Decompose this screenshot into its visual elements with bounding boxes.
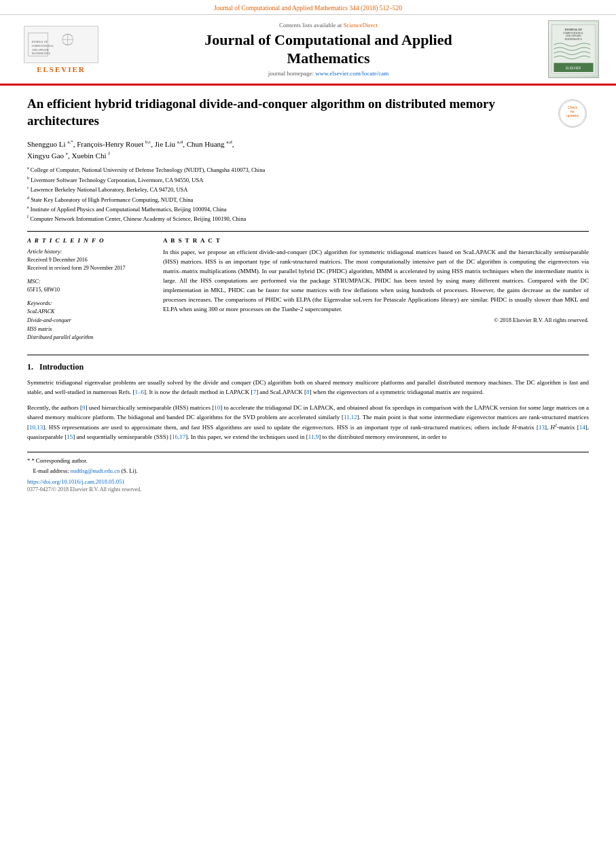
- email-note: E-mail address: nudtlsg@nudt.edu.cn (S. …: [27, 467, 589, 476]
- doi-link[interactable]: https://doi.org/10.1016/j.cam.2018.05.05…: [27, 478, 124, 485]
- affiliation-a: a College of Computer, National Universi…: [27, 165, 589, 175]
- ref-10-13[interactable]: 10,13: [29, 424, 43, 431]
- top-bar: Journal of Computational and Applied Mat…: [0, 0, 616, 15]
- authors-line: Shengguo Li a,*, François-Henry Rouet b,…: [27, 139, 589, 161]
- svg-text:AND APPLIED: AND APPLIED: [566, 35, 581, 37]
- contents-text: Contents lists available at: [279, 22, 342, 29]
- ref-8[interactable]: 8: [306, 389, 310, 395]
- svg-text:updates: updates: [566, 113, 579, 118]
- keyword-4: Distributed parallel algorithm: [27, 334, 149, 342]
- ref-10[interactable]: 10: [214, 404, 220, 411]
- two-column-layout: A R T I C L E I N F O Article history: R…: [27, 237, 589, 348]
- divider-2: [27, 355, 589, 355]
- abstract-text: In this paper, we propose an efficient d…: [163, 248, 589, 315]
- svg-text:JOURNAL OF: JOURNAL OF: [564, 28, 582, 31]
- ref-9[interactable]: 9: [82, 404, 86, 411]
- abstract-title: A B S T R A C T: [163, 237, 589, 244]
- ref-1-6[interactable]: 1–6: [134, 389, 144, 395]
- svg-text:AND APPLIED: AND APPLIED: [32, 48, 49, 51]
- keywords-title: Keywords:: [27, 300, 149, 306]
- journal-title-area: Contents lists available at ScienceDirec…: [109, 22, 548, 77]
- msc-codes: 65F15, 68W10: [27, 286, 149, 294]
- journal-cover: JOURNAL OF COMPUTATIONAL AND APPLIED MAT…: [548, 20, 602, 78]
- ref-11-9[interactable]: 11,9: [308, 433, 319, 440]
- affiliation-e: e Institute of Applied Physics and Compu…: [27, 204, 589, 214]
- article-info-title: A R T I C L E I N F O: [27, 237, 149, 244]
- issn-line: 0377-0427/© 2018 Elsevier B.V. All right…: [27, 486, 589, 493]
- affiliations: a College of Computer, National Universi…: [27, 165, 589, 224]
- article-info-column: A R T I C L E I N F O Article history: R…: [27, 237, 149, 348]
- check-updates-area: Check for updates: [558, 99, 589, 128]
- section-name: Introduction: [39, 362, 84, 372]
- cover-image: JOURNAL OF COMPUTATIONAL AND APPLIED MAT…: [548, 20, 599, 78]
- email-address[interactable]: nudtlsg@nudt.edu.cn: [71, 467, 120, 474]
- corresponding-author-note: * * Corresponding author.: [27, 457, 589, 465]
- journal-header: JOURNAL OF COMPUTATIONAL AND APPLIED MAT…: [0, 15, 616, 86]
- paper-title: An efficient hybrid tridiagonal divide-a…: [27, 96, 551, 129]
- keywords-section: Keywords: ScaLAPACK Divide-and-conquer H…: [27, 300, 149, 342]
- intro-para-2: Recently, the authors [9] used hierarchi…: [27, 403, 589, 442]
- divider-1: [27, 231, 589, 232]
- msc-section: MSC: 65F15, 68W10: [27, 278, 149, 294]
- svg-text:ELSEVIER: ELSEVIER: [566, 67, 581, 70]
- ref-16-17[interactable]: 16,17: [172, 433, 185, 440]
- elsevier-logo-image: JOURNAL OF COMPUTATIONAL AND APPLIED MAT…: [24, 26, 98, 63]
- affiliation-c: c Lawrence Berkeley National Laboratory,…: [27, 185, 589, 194]
- keyword-1: ScaLAPACK: [27, 308, 149, 317]
- ref-11-12[interactable]: 11,12: [344, 414, 357, 420]
- svg-text:JOURNAL OF: JOURNAL OF: [32, 41, 48, 43]
- article-history-title: Article history:: [27, 248, 149, 255]
- journal-name: Journal of Computational and Applied Mat…: [122, 31, 535, 67]
- copyright-notice: © 2018 Elsevier B.V. All rights reserved…: [163, 317, 589, 323]
- section-title: 1. Introduction: [27, 362, 589, 372]
- ref-7[interactable]: 7: [253, 389, 257, 395]
- keyword-3: HSS matrix: [27, 325, 149, 334]
- paper-title-section: An efficient hybrid tridiagonal divide-a…: [27, 96, 589, 133]
- email-suffix: (S. Li).: [121, 467, 137, 474]
- email-label: E-mail address:: [33, 467, 69, 474]
- sciencedirect-link[interactable]: ScienceDirect: [344, 22, 378, 29]
- elsevier-logo: JOURNAL OF COMPUTATIONAL AND APPLIED MAT…: [14, 26, 109, 73]
- homepage-url[interactable]: www.elsevier.com/locate/cam: [315, 70, 388, 77]
- svg-text:COMPUTATIONAL: COMPUTATIONAL: [32, 44, 54, 47]
- revised-date: Received in revised form 29 November 201…: [27, 264, 149, 272]
- elsevier-brand-text: ELSEVIER: [37, 65, 86, 73]
- section-number: 1.: [27, 362, 33, 372]
- abstract-column: A B S T R A C T In this paper, we propos…: [163, 237, 589, 348]
- received-date: Received 9 December 2016: [27, 256, 149, 264]
- ref-13b[interactable]: 13: [539, 424, 545, 431]
- svg-text:MATHEMATICS: MATHEMATICS: [32, 52, 50, 55]
- article-history: Article history: Received 9 December 201…: [27, 248, 149, 272]
- keyword-2: Divide-and-conquer: [27, 317, 149, 325]
- doi-line: https://doi.org/10.1016/j.cam.2018.05.05…: [27, 478, 589, 485]
- affiliation-f: f Computer Network Information Center, C…: [27, 214, 589, 223]
- footnotes-area: * * Corresponding author. E-mail address…: [27, 452, 589, 493]
- check-updates-badge: Check for updates: [558, 99, 587, 128]
- intro-para-1: Symmetric tridiagonal eigenvalue problem…: [27, 378, 589, 397]
- journal-homepage: journal homepage: www.elsevier.com/locat…: [122, 70, 535, 77]
- contents-available: Contents lists available at ScienceDirec…: [122, 22, 535, 29]
- svg-text:COMPUTATIONAL: COMPUTATIONAL: [563, 32, 583, 35]
- logo-area: JOURNAL OF COMPUTATIONAL AND APPLIED MAT…: [14, 26, 109, 73]
- ref-14[interactable]: 14: [579, 424, 585, 431]
- affiliation-d: d State Key Laboratory of High Performan…: [27, 195, 589, 204]
- paper-body: An efficient hybrid tridiagonal divide-a…: [0, 86, 616, 503]
- ref-15[interactable]: 15: [67, 433, 73, 440]
- msc-title: MSC:: [27, 278, 149, 285]
- introduction-section: 1. Introduction Symmetric tridiagonal ei…: [27, 362, 589, 442]
- svg-text:MATHEMATICS: MATHEMATICS: [564, 38, 581, 41]
- journal-citation-link[interactable]: Journal of Computational and Applied Mat…: [214, 5, 402, 12]
- corresponding-label: * Corresponding author.: [31, 457, 87, 464]
- affiliation-b: b Livermore Software Technology Corporat…: [27, 175, 589, 185]
